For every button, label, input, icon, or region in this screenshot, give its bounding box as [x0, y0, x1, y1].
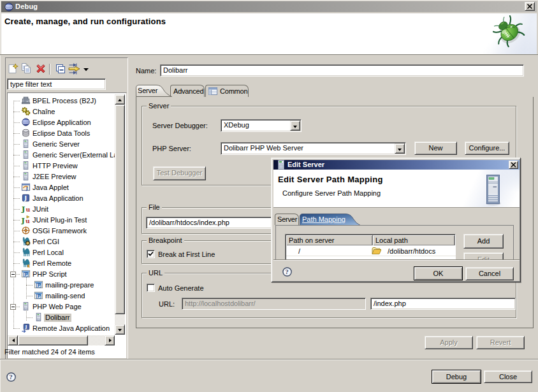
tree-item-label[interactable]: Eclipse Data Tools	[31, 129, 91, 138]
tree-item[interactable]: HTTP Preview	[8, 161, 115, 171]
window-close-button[interactable]	[525, 2, 535, 11]
tree-item-label[interactable]: Perl Local	[31, 249, 65, 257]
vscroll-track[interactable]	[115, 314, 125, 324]
tree-item-label[interactable]: mailing-prepare	[44, 281, 95, 289]
ok-button[interactable]: OK	[414, 266, 463, 280]
column-header-path-on-server[interactable]: Path on server	[286, 235, 373, 245]
tree-item[interactable]: JuJUnit Plug-in Test	[8, 215, 115, 226]
path-mapping-table[interactable]: Path on server Local path / /dolibarr/ht…	[285, 234, 456, 259]
cancel-button[interactable]: Cancel	[465, 267, 514, 280]
filter-input[interactable]: type filter text	[7, 78, 106, 90]
edit-help-icon[interactable]: ?	[282, 267, 293, 277]
combo-dropdown-button[interactable]	[395, 143, 405, 154]
tree-item-label[interactable]: mailing-send	[44, 292, 86, 300]
tree-item-label[interactable]: Remote Java Application	[31, 324, 111, 333]
scroll-up-button[interactable]	[115, 94, 125, 105]
configure-button[interactable]: Configure...	[465, 142, 509, 155]
tree-item[interactable]: Generic Server(External La	[8, 150, 115, 161]
close-button[interactable]: Close	[484, 370, 532, 383]
delete-launch-configuration-icon[interactable]	[34, 62, 47, 75]
tab-common[interactable]: Common	[205, 85, 249, 97]
revert-button[interactable]: Revert	[476, 336, 525, 349]
edit-server-titlebar[interactable]: Edit Server	[273, 160, 520, 170]
tab-advanced[interactable]: Advanced	[170, 85, 205, 97]
break-first-line-checkbox[interactable]	[147, 250, 155, 258]
scroll-down-button[interactable]	[115, 324, 125, 335]
tree-item[interactable]: Eclipse Application	[8, 117, 115, 128]
tree-item[interactable]: Pmailing-send	[8, 291, 115, 301]
tree-item-label[interactable]: JUnit	[31, 205, 50, 214]
tree-item[interactable]: JJava Application	[8, 193, 115, 204]
tree-item[interactable]: Perl Local	[8, 247, 115, 258]
tree-item[interactable]: BPEL Process (B2J)	[8, 96, 115, 106]
tree-item[interactable]: Generic Server	[8, 139, 115, 150]
tree-item[interactable]: OSGi Framework	[8, 226, 115, 236]
tree-item[interactable]: PPHP Script	[8, 269, 115, 280]
tab-server[interactable]: Server	[136, 84, 173, 98]
tree-item[interactable]: JJava Applet	[8, 182, 115, 193]
tree-expander-minus[interactable]	[10, 272, 16, 277]
cell-local-path[interactable]: /dolibarr/htdocs	[388, 247, 435, 255]
column-header-local-path[interactable]: Local path	[373, 235, 455, 245]
tree-item-label[interactable]: Eclipse Application	[31, 119, 92, 127]
tree-item[interactable]: JRemote Java Application	[8, 323, 115, 334]
tree-item-label[interactable]: OSGi Framework	[31, 227, 88, 235]
tree-item-label[interactable]: Dolibarr	[44, 314, 71, 322]
php-server-value[interactable]: Dolibarr PHP Web Server	[221, 142, 406, 155]
auto-generate-checkbox[interactable]	[147, 284, 155, 292]
tree-item-label[interactable]: Perl Remote	[31, 259, 73, 268]
tree-item[interactable]: Perl CGI	[8, 236, 115, 247]
apply-button[interactable]: Apply	[425, 336, 473, 349]
server-debugger-value[interactable]: XDebug	[221, 119, 302, 132]
debug-button[interactable]: Debug	[432, 370, 481, 384]
edit-path-button[interactable]: Edit	[463, 252, 504, 259]
tree-item[interactable]: Chaîne	[8, 106, 115, 117]
url-group-title: URL	[147, 269, 164, 277]
scroll-left-button[interactable]	[8, 335, 18, 345]
hscroll-track[interactable]	[88, 335, 105, 345]
edit-button-separator	[273, 259, 520, 260]
filter-menu-dropdown-icon[interactable]	[82, 62, 90, 75]
new-server-button[interactable]: New	[414, 142, 457, 155]
tree-item-label[interactable]: Generic Server	[31, 140, 81, 149]
tree-item[interactable]: Pmailing-prepare	[8, 280, 115, 291]
combo-dropdown-button[interactable]	[290, 120, 300, 131]
cell-path-on-server[interactable]: /	[298, 247, 300, 255]
tree-item-label[interactable]: JUnit Plug-in Test	[31, 216, 88, 224]
tree-item-label[interactable]: HTTP Preview	[31, 162, 79, 170]
tree-item[interactable]: PHP Web Page	[8, 301, 115, 312]
tree-item-label[interactable]: BPEL Process (B2J)	[31, 97, 98, 105]
php-server-combo[interactable]: Dolibarr PHP Web Server	[221, 142, 406, 155]
duplicate-launch-configuration-icon[interactable]	[20, 62, 33, 75]
edit-tab-server[interactable]: Server	[275, 214, 299, 225]
url-path-input[interactable]: /index.php	[370, 298, 516, 310]
tree-item[interactable]: JuJUnit	[8, 204, 115, 215]
tree-item[interactable]: Perl Remote	[8, 258, 115, 269]
test-debugger-button[interactable]: Test Debugger	[153, 166, 206, 180]
tree-item-label[interactable]: Generic Server(External La	[31, 151, 115, 159]
tree-item-label[interactable]: J2EE Preview	[31, 173, 77, 181]
tree-item-label[interactable]: Java Application	[31, 194, 85, 203]
tree-item-label[interactable]: Chaîne	[31, 108, 56, 116]
help-icon[interactable]: ?	[6, 372, 17, 382]
server-debugger-combo[interactable]: XDebug	[221, 119, 302, 132]
collapse-all-icon[interactable]	[54, 62, 67, 75]
name-input[interactable]: Dolibarr	[160, 64, 524, 76]
filter-launch-configurations-icon[interactable]	[68, 62, 82, 75]
tree-item[interactable]: Eclipse Data Tools	[8, 128, 115, 139]
new-launch-configuration-icon[interactable]	[6, 62, 19, 75]
edit-server-close-button[interactable]	[509, 161, 518, 169]
tree-expander-minus[interactable]	[10, 304, 16, 310]
tree-item-label[interactable]: Java Applet	[31, 184, 70, 192]
window-titlebar[interactable]: Debug	[1, 1, 537, 12]
tree-item-label[interactable]: Perl CGI	[31, 238, 61, 246]
tree-item[interactable]: J2EE Preview	[8, 171, 115, 182]
scroll-right-button[interactable]	[105, 335, 115, 345]
tree-item-label[interactable]: PHP Script	[31, 270, 68, 279]
tree-item-label[interactable]: PHP Web Page	[31, 303, 83, 311]
hscroll-thumb[interactable]	[18, 335, 88, 345]
vscroll-thumb[interactable]	[115, 105, 125, 314]
launch-configurations-tree[interactable]: BPEL Process (B2J)ChaîneEclipse Applicat…	[7, 92, 127, 359]
tree-item[interactable]: Dolibarr	[8, 312, 115, 323]
add-path-button[interactable]: Add	[463, 234, 504, 249]
